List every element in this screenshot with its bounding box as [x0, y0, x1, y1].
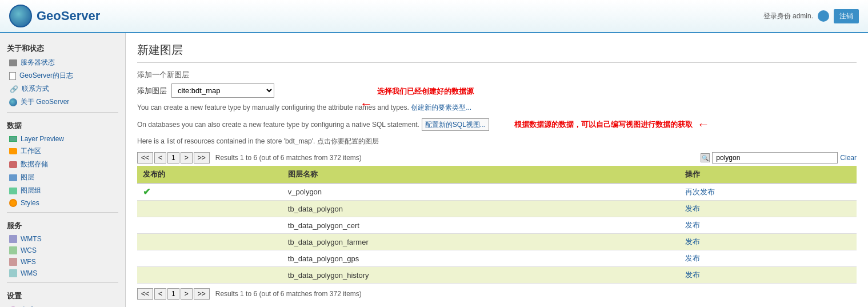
styles-icon	[9, 199, 17, 207]
check-icon: ✔	[143, 187, 150, 197]
sidebar-item-workspace[interactable]: 工作区	[0, 145, 125, 158]
cell-published	[137, 267, 282, 284]
cell-action: 再次发布	[679, 184, 857, 201]
layout: 关于和状态 服务器状态 GeoServer的日志 🔗 联系方式 关于 GeoSe…	[0, 33, 868, 307]
cell-action: 发布	[679, 267, 857, 284]
cell-published	[137, 217, 282, 234]
layers-icon	[9, 174, 17, 181]
prev-page-button[interactable]: <	[154, 152, 166, 164]
pagination-bottom-info: Results 1 to 6 (out of 6 matches from 37…	[215, 290, 362, 298]
action-link[interactable]: 发布	[685, 221, 700, 229]
info-line-2-pre: On databases you can also create a new f…	[137, 119, 419, 130]
cell-action: 发布	[679, 234, 857, 250]
first-page-button[interactable]: <<	[137, 152, 153, 164]
sidebar-item-server-status[interactable]: 服务器状态	[0, 56, 125, 69]
db-icon	[9, 161, 17, 168]
store-select[interactable]: cite:bdt_map	[171, 83, 274, 98]
main-content: 新建图层 添加一个新图层 添加图层 cite:bdt_map 选择我们已经创建好…	[126, 33, 868, 307]
sidebar-item-layergroup[interactable]: 图层组	[0, 184, 125, 197]
col-action: 操作	[679, 166, 857, 184]
action-link[interactable]: 发布	[685, 204, 700, 213]
arrow-icon-2: ←	[697, 115, 710, 134]
search-box-wrap: 🔍 Clear	[701, 152, 857, 164]
table-row: tb_data_polygon_history发布	[137, 267, 857, 284]
cell-layer-name: v_polygon	[282, 184, 679, 201]
last-page-bottom-button[interactable]: >>	[194, 288, 210, 300]
sidebar-item-wfs[interactable]: WFS	[0, 256, 125, 268]
configure-sql-view-link[interactable]: 配置新的SQL视图...	[425, 121, 486, 129]
next-page-button[interactable]: >	[181, 152, 193, 164]
sidebar-divider-1	[7, 112, 118, 113]
col-layer-name: 图层名称	[282, 166, 679, 184]
page-number-button[interactable]: 1	[167, 152, 179, 164]
preview-icon	[9, 136, 17, 142]
sidebar-label-contact: 联系方式	[22, 84, 49, 94]
sidebar-label-wms: WMS	[21, 269, 37, 277]
sidebar-divider-3	[7, 282, 118, 283]
sidebar-divider-2	[7, 212, 118, 213]
sidebar-item-wcs[interactable]: WCS	[0, 245, 125, 256]
table-row: tb_data_polygon_cert发布	[137, 217, 857, 234]
layers-table: 发布的 图层名称 操作 ✔v_polygon再次发布tb_data_polygo…	[137, 166, 857, 284]
add-layer-label: 添加图层	[137, 86, 167, 96]
user-label: 登录身份 admin.	[763, 11, 813, 21]
cell-action: 发布	[679, 201, 857, 217]
logout-button[interactable]: 注销	[834, 9, 859, 23]
table-row: tb_data_polygon发布	[137, 201, 857, 217]
clear-search-link[interactable]: Clear	[840, 154, 857, 162]
pagination-top: << < 1 > >> Results 1 to 6 (out of 6 mat…	[137, 152, 857, 164]
search-input[interactable]	[712, 152, 838, 164]
sidebar-item-global[interactable]: 全球	[0, 304, 125, 307]
cell-published: ✔	[137, 184, 282, 201]
logo-area: GeoServer	[9, 5, 100, 27]
wcs-icon	[9, 246, 17, 254]
next-page-bottom-button[interactable]: >	[181, 288, 193, 300]
cell-action: 发布	[679, 217, 857, 234]
server-icon	[9, 59, 17, 66]
action-link[interactable]: 发布	[685, 237, 700, 246]
cell-layer-name: tb_data_polygon	[282, 201, 679, 217]
user-icon	[818, 10, 829, 22]
pagination-bottom-left: << < 1 > >> Results 1 to 6 (out of 6 mat…	[137, 288, 362, 300]
action-link[interactable]: 发布	[685, 270, 700, 279]
cell-published	[137, 201, 282, 217]
cell-layer-name: tb_data_polygon_farmer	[282, 234, 679, 250]
cell-layer-name: tb_data_polygon_history	[282, 267, 679, 284]
cell-published	[137, 250, 282, 267]
sidebar-item-layer-preview[interactable]: Layer Preview	[0, 133, 125, 145]
logo-text: GeoServer	[37, 9, 100, 23]
pagination-bottom: << < 1 > >> Results 1 to 6 (out of 6 mat…	[137, 288, 857, 300]
cell-layer-name: tb_data_polygon_cert	[282, 217, 679, 234]
annotation-2: 根据数据源的数据，可以自己编写视图进行数据的获取	[514, 119, 693, 130]
sidebar-item-styles[interactable]: Styles	[0, 197, 125, 209]
table-body: ✔v_polygon再次发布tb_data_polygon发布tb_data_p…	[137, 184, 857, 284]
action-link[interactable]: 再次发布	[685, 188, 715, 196]
table-row: tb_data_polygon_farmer发布	[137, 234, 857, 250]
pagination-info: Results 1 to 6 (out of 6 matches from 37…	[215, 154, 362, 162]
sidebar-label-layergroup: 图层组	[21, 186, 41, 196]
create-feature-type-link[interactable]: 创建新的要素类型...	[411, 103, 471, 111]
sidebar-label-server-status: 服务器状态	[21, 58, 55, 67]
sidebar-item-geoserver-log[interactable]: GeoServer的日志	[0, 69, 125, 82]
sidebar-label-wfs: WFS	[21, 258, 36, 266]
col-published: 发布的	[137, 166, 282, 184]
sidebar-item-contact[interactable]: 🔗 联系方式	[0, 82, 125, 95]
sidebar-item-datastore[interactable]: 数据存储	[0, 158, 125, 171]
pagination-left: << < 1 > >> Results 1 to 6 (out of 6 mat…	[137, 152, 362, 164]
sidebar-label-layers: 图层	[21, 173, 34, 182]
page-number-bottom-button[interactable]: 1	[167, 288, 179, 300]
sidebar-item-wmts[interactable]: WMTS	[0, 233, 125, 245]
sidebar-item-about[interactable]: 关于 GeoServer	[0, 95, 125, 109]
info-line-2: On databases you can also create a new f…	[137, 115, 857, 134]
table-row: ✔v_polygon再次发布	[137, 184, 857, 201]
arrow-icon-1: ←	[360, 97, 373, 111]
sidebar-label-wcs: WCS	[21, 246, 37, 254]
last-page-button[interactable]: >>	[194, 152, 210, 164]
prev-page-bottom-button[interactable]: <	[154, 288, 166, 300]
sidebar-label-datastore: 数据存储	[21, 160, 48, 169]
action-link[interactable]: 发布	[685, 254, 700, 262]
sidebar-item-layers[interactable]: 图层	[0, 171, 125, 184]
table-header-row: 发布的 图层名称 操作	[137, 166, 857, 184]
sidebar-item-wms[interactable]: WMS	[0, 268, 125, 279]
first-page-bottom-button[interactable]: <<	[137, 288, 153, 300]
